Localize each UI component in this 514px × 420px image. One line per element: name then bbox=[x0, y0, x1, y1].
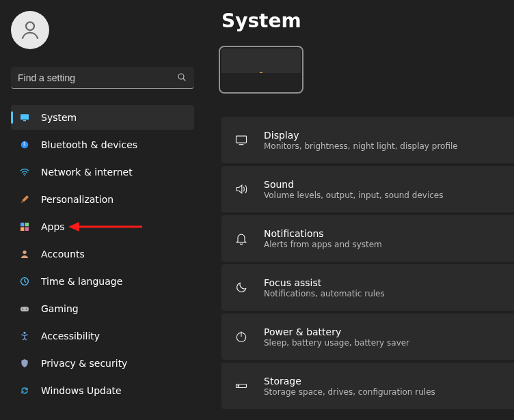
avatar[interactable] bbox=[11, 11, 49, 49]
sound-icon bbox=[234, 182, 249, 197]
page-title: System bbox=[221, 10, 514, 32]
power-icon bbox=[234, 329, 249, 344]
sidebar-item-label: Bluetooth & devices bbox=[41, 139, 137, 150]
display-icon bbox=[234, 132, 249, 148]
card-title: Power & battery bbox=[264, 326, 409, 337]
desktop-thumbnail[interactable] bbox=[221, 48, 301, 91]
svg-point-14 bbox=[22, 309, 23, 310]
sidebar-item-label: Network & internet bbox=[41, 167, 133, 178]
sidebar-item-label: Apps bbox=[41, 221, 65, 232]
card-power[interactable]: Power & battery Sleep, battery usage, ba… bbox=[221, 313, 514, 360]
bluetooth-icon bbox=[19, 139, 30, 150]
card-storage[interactable]: Storage Storage space, drives, configura… bbox=[221, 363, 514, 409]
card-title: Display bbox=[264, 130, 458, 141]
person-icon bbox=[19, 249, 30, 260]
card-desc: Alerts from apps and system bbox=[264, 240, 382, 249]
card-desc: Sleep, battery usage, battery saver bbox=[264, 338, 409, 348]
svg-rect-19 bbox=[236, 136, 247, 143]
svg-rect-3 bbox=[21, 114, 29, 120]
sidebar-item-accounts[interactable]: Accounts bbox=[11, 242, 194, 266]
card-notifications[interactable]: Notifications Alerts from apps and syste… bbox=[221, 215, 514, 262]
bell-icon bbox=[234, 231, 249, 246]
wifi-icon bbox=[19, 167, 30, 178]
sidebar-item-label: Accounts bbox=[41, 249, 85, 260]
person-icon bbox=[18, 18, 42, 42]
card-title: Storage bbox=[264, 376, 435, 387]
sidebar: System Bluetooth & devices Network & int… bbox=[0, 0, 205, 420]
search-input[interactable] bbox=[11, 67, 194, 89]
sidebar-item-time-language[interactable]: Time & language bbox=[11, 269, 194, 294]
storage-icon bbox=[234, 378, 249, 393]
card-title: Notifications bbox=[264, 228, 382, 239]
svg-point-0 bbox=[26, 22, 34, 30]
sidebar-item-system[interactable]: System bbox=[11, 105, 194, 130]
sidebar-item-label: Personalization bbox=[41, 194, 113, 205]
card-desc: Volume levels, output, input, sound devi… bbox=[264, 191, 443, 200]
sidebar-item-gaming[interactable]: Gaming bbox=[11, 296, 194, 321]
display-icon bbox=[19, 112, 30, 123]
sidebar-item-label: Privacy & security bbox=[41, 358, 127, 369]
sidebar-nav: System Bluetooth & devices Network & int… bbox=[11, 105, 194, 403]
settings-cards: Display Monitors, brightness, night ligh… bbox=[221, 117, 514, 409]
card-desc: Notifications, automatic rules bbox=[264, 289, 385, 298]
svg-rect-7 bbox=[21, 223, 24, 226]
sidebar-item-privacy[interactable]: Privacy & security bbox=[11, 351, 194, 376]
svg-rect-4 bbox=[23, 120, 26, 121]
update-icon bbox=[19, 385, 30, 396]
search-wrap bbox=[11, 67, 194, 105]
clock-icon bbox=[19, 276, 30, 287]
card-desc: Storage space, drives, configuration rul… bbox=[264, 387, 435, 397]
sidebar-item-label: System bbox=[41, 112, 77, 123]
moon-icon bbox=[234, 280, 249, 295]
svg-rect-10 bbox=[25, 227, 29, 231]
svg-point-16 bbox=[23, 332, 25, 334]
svg-point-15 bbox=[26, 309, 27, 310]
sidebar-item-bluetooth[interactable]: Bluetooth & devices bbox=[11, 132, 194, 157]
card-desc: Monitors, brightness, night light, displ… bbox=[264, 141, 458, 151]
main-content: System Display Monitors, brightness, nig… bbox=[205, 0, 514, 420]
sidebar-item-network[interactable]: Network & internet bbox=[11, 160, 194, 184]
sidebar-item-accessibility[interactable]: Accessibility bbox=[11, 324, 194, 348]
card-display[interactable]: Display Monitors, brightness, night ligh… bbox=[221, 117, 514, 163]
sidebar-item-personalization[interactable]: Personalization bbox=[11, 187, 194, 212]
svg-point-24 bbox=[238, 385, 239, 387]
shield-icon bbox=[19, 358, 30, 369]
sidebar-item-label: Accessibility bbox=[41, 331, 100, 341]
svg-rect-8 bbox=[25, 223, 29, 226]
sidebar-item-apps[interactable]: Apps bbox=[11, 214, 194, 239]
paintbrush-icon bbox=[19, 194, 30, 205]
sidebar-item-label: Windows Update bbox=[41, 385, 122, 396]
apps-icon bbox=[19, 221, 30, 232]
svg-point-11 bbox=[23, 251, 26, 254]
sidebar-item-label: Time & language bbox=[41, 276, 122, 287]
sidebar-item-windows-update[interactable]: Windows Update bbox=[11, 378, 194, 403]
svg-point-6 bbox=[24, 175, 25, 176]
card-sound[interactable]: Sound Volume levels, output, input, soun… bbox=[221, 166, 514, 212]
svg-rect-13 bbox=[21, 307, 29, 311]
card-title: Sound bbox=[264, 179, 443, 190]
desktop-thumbnails bbox=[221, 48, 514, 91]
svg-rect-9 bbox=[21, 227, 24, 231]
accessibility-icon bbox=[19, 331, 30, 341]
gaming-icon bbox=[19, 303, 30, 314]
card-focus-assist[interactable]: Focus assist Notifications, automatic ru… bbox=[221, 264, 514, 311]
card-title: Focus assist bbox=[264, 277, 385, 288]
sidebar-item-label: Gaming bbox=[41, 303, 79, 314]
